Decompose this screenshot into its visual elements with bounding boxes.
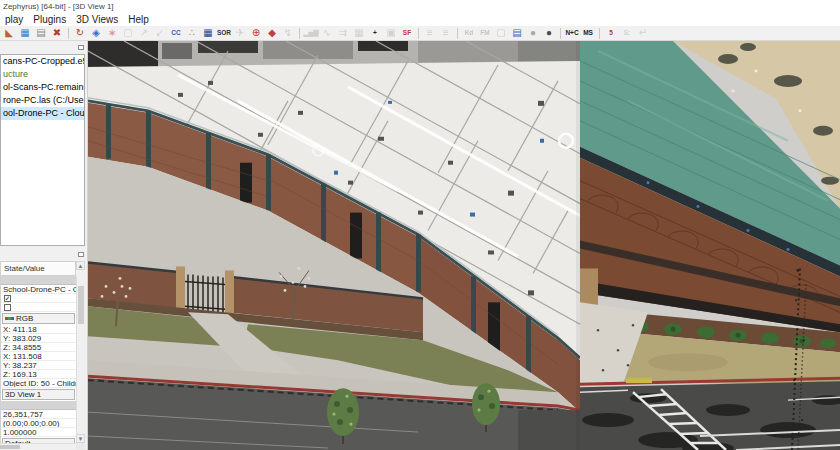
toolbar-separator bbox=[68, 28, 69, 39]
property-value: 1.000000 bbox=[3, 428, 36, 437]
left-dock: cans-PC-Cropped.e57 (uctureol-Scans-PC.r… bbox=[0, 41, 88, 450]
properties-panel: State/Value ▲ School-Drone-PC - Cl✓RGBX:… bbox=[0, 248, 87, 450]
scalar-fields-icon[interactable]: SF bbox=[399, 26, 415, 40]
merge-icon[interactable]: ∗ bbox=[104, 26, 120, 40]
property-value: (0.00;0.00;0.00) bbox=[3, 419, 59, 428]
property-value-row: X: 411.18 bbox=[1, 325, 76, 334]
tree-item[interactable]: ol-Scans-PC.remaining.r bbox=[1, 81, 84, 94]
toolbar-separator bbox=[560, 28, 561, 39]
property-value-row: 26,351,757 bbox=[1, 410, 76, 419]
yellow-marking bbox=[626, 378, 652, 383]
db-tree-dock-header bbox=[0, 41, 87, 54]
sphere-dark-icon[interactable]: ● bbox=[541, 26, 557, 40]
property-checkbox-row[interactable]: ✓ bbox=[1, 294, 76, 303]
toolbar-separator bbox=[457, 28, 458, 39]
property-value-row: Y: 383.029 bbox=[1, 334, 76, 343]
plugin-file-icon[interactable]: ▤ bbox=[509, 26, 525, 40]
float-panel-icon[interactable] bbox=[78, 45, 84, 50]
property-value: School-Drone-PC - Cl bbox=[3, 285, 76, 294]
point-cloud-render bbox=[88, 41, 840, 450]
scale-up-icon[interactable]: ↗ bbox=[136, 26, 152, 40]
globe-db-icon[interactable]: ▦ bbox=[17, 26, 33, 40]
checkbox-checked[interactable]: ✓ bbox=[4, 295, 11, 302]
scale-down-icon[interactable]: ↙ bbox=[152, 26, 168, 40]
toolbar-separator bbox=[599, 28, 600, 39]
property-checkbox-row[interactable] bbox=[1, 303, 76, 312]
curvature-icon[interactable]: ∿ bbox=[319, 26, 335, 40]
property-value-row: Object ID: 50 - Childre bbox=[1, 379, 76, 388]
property-value: Y: 38.237 bbox=[3, 361, 37, 370]
toolbar-separator bbox=[418, 28, 419, 39]
property-value-row: (0.00;0.00;0.00) bbox=[1, 419, 76, 428]
properties-dock-header bbox=[0, 248, 87, 261]
properties-column-header[interactable]: State/Value bbox=[0, 261, 76, 276]
ms-plugin-icon[interactable]: MS bbox=[580, 26, 596, 40]
apply-transformation-icon[interactable]: ↻ bbox=[72, 26, 88, 40]
scroll-down-arrow[interactable]: ▼ bbox=[76, 434, 85, 443]
sphere-light-icon[interactable]: ● bbox=[525, 26, 541, 40]
clone-icon[interactable]: ◈ bbox=[88, 26, 104, 40]
pick-rotation-center-icon[interactable]: ↯ bbox=[280, 26, 296, 40]
sf-list-2-icon[interactable]: ≡ bbox=[438, 26, 454, 40]
property-value-row: Y: 38.237 bbox=[1, 361, 76, 370]
plugin-box-icon[interactable]: ▢ bbox=[493, 26, 509, 40]
property-value: 26,351,757 bbox=[3, 410, 43, 419]
histogram-icon[interactable]: ▂▅▇ bbox=[303, 26, 319, 40]
window-title: Zephyrus) [64-bit] - [3D View 1] bbox=[3, 2, 114, 11]
drone-cloud bbox=[580, 41, 840, 450]
scroll-up-arrow[interactable]: ▲ bbox=[76, 261, 85, 270]
iron-gate bbox=[185, 274, 225, 314]
property-value-row: School-Drone-PC - Cl bbox=[1, 285, 76, 294]
gradient-icon[interactable]: ⇉ bbox=[335, 26, 351, 40]
float-panel-icon[interactable] bbox=[78, 252, 84, 257]
plugin-5-icon[interactable]: 5 bbox=[603, 26, 619, 40]
3d-viewport[interactable] bbox=[88, 41, 840, 450]
fly-mode-icon[interactable]: ✈ bbox=[232, 26, 248, 40]
checkbox-unchecked[interactable] bbox=[4, 304, 11, 311]
sf-box-icon[interactable]: ▣ bbox=[383, 26, 399, 40]
sor-filter-icon[interactable]: SOR bbox=[216, 26, 232, 40]
tree-item[interactable]: rone-PC.las (C:/Users/F bbox=[1, 94, 84, 107]
property-value: Z: 34.8555 bbox=[3, 343, 41, 352]
statistical-test-icon[interactable]: ▦ bbox=[200, 26, 216, 40]
segment-icon[interactable]: ◆ bbox=[264, 26, 280, 40]
subsample-icon[interactable]: ▢ bbox=[120, 26, 136, 40]
point-picking-icon[interactable]: ∴ bbox=[184, 26, 200, 40]
tree-item[interactable]: ucture bbox=[1, 68, 84, 81]
property-value: Object ID: 50 - Childre bbox=[3, 379, 76, 388]
property-value-row: Z: 34.8555 bbox=[1, 343, 76, 352]
db-tree-panel: cans-PC-Cropped.e57 (uctureol-Scans-PC.r… bbox=[0, 41, 87, 248]
scrollbar-thumb[interactable] bbox=[78, 286, 84, 324]
rgb-icon bbox=[5, 317, 14, 320]
menu-item-3d-views[interactable]: 3D Views bbox=[71, 13, 123, 26]
kd-tree-icon[interactable]: Kd bbox=[461, 26, 477, 40]
properties-vertical-scrollbar[interactable]: ▼ bbox=[76, 276, 85, 443]
delete-icon[interactable]: ✖ bbox=[49, 26, 65, 40]
properties-horizontal-scrollbar[interactable] bbox=[0, 443, 76, 450]
menu-item-help[interactable]: Help bbox=[123, 13, 154, 26]
property-value: X: 131.508 bbox=[3, 352, 42, 361]
plugin-s-icon[interactable]: S: bbox=[619, 26, 635, 40]
tree-item[interactable]: cans-PC-Cropped.e57 ( bbox=[1, 55, 84, 68]
property-value-row: Z: 169.13 bbox=[1, 370, 76, 379]
fm-plugin-icon[interactable]: FM bbox=[477, 26, 493, 40]
translate-rotate-icon[interactable]: ⊕ bbox=[248, 26, 264, 40]
import-arrow-icon[interactable]: ↵ bbox=[635, 26, 651, 40]
normals-compass-icon[interactable]: N+C bbox=[564, 26, 580, 40]
menu-item-play[interactable]: play bbox=[0, 13, 28, 26]
scrollbar-thumb[interactable] bbox=[0, 445, 20, 449]
dropdown-value: 3D View 1 bbox=[5, 389, 41, 400]
save-icon[interactable]: ▤ bbox=[33, 26, 49, 40]
add-constant-icon[interactable]: + bbox=[367, 26, 383, 40]
raster-grid-icon[interactable]: ▦ bbox=[351, 26, 367, 40]
crop-partial-icon[interactable]: ◣ bbox=[1, 26, 17, 40]
toolbar-separator bbox=[299, 28, 300, 39]
main-toolbar: ◣▦▤✖↻◈∗▢↗↙CC∴▦SOR✈⊕◆↯▂▅▇∿⇉▦+▣SF≡≡KdFM▢▤●… bbox=[0, 26, 840, 41]
cloud-cloud-distance-icon[interactable]: CC bbox=[168, 26, 184, 40]
property-dropdown[interactable]: 3D View 1 bbox=[2, 389, 75, 400]
tree-item[interactable]: ool-Drone-PC - Cloud bbox=[1, 107, 84, 120]
menu-item-plugins[interactable]: Plugins bbox=[28, 13, 71, 26]
property-value-row: X: 131.508 bbox=[1, 352, 76, 361]
sf-list-1-icon[interactable]: ≡ bbox=[422, 26, 438, 40]
colors-dropdown[interactable]: RGB bbox=[2, 313, 75, 324]
